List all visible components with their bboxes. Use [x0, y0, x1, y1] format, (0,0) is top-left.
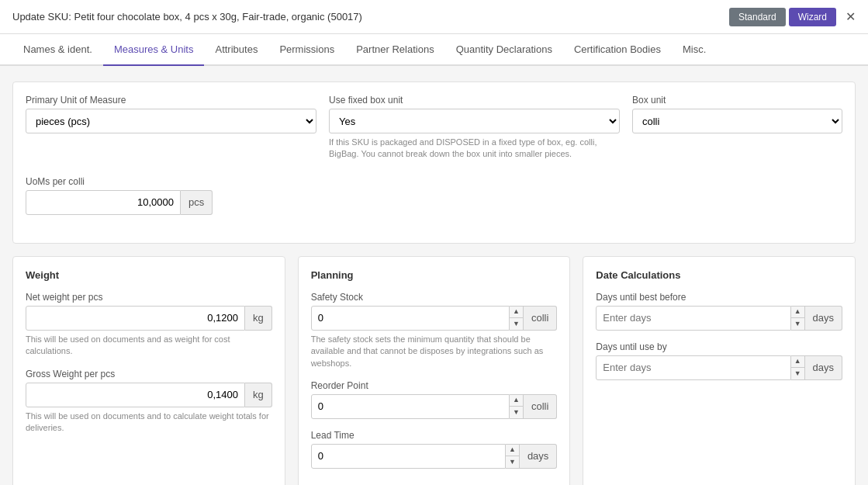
- main-content: Primary Unit of Measure pieces (pcs) Use…: [0, 66, 868, 485]
- safety-stock-field: Safety Stock ▲ ▼ colli The safety stock …: [311, 292, 558, 369]
- best-before-spinner: ▲ ▼: [596, 306, 804, 331]
- tab-names[interactable]: Names & ident.: [12, 34, 103, 66]
- uoms-input-row: pcs: [26, 190, 842, 215]
- planning-title: Planning: [311, 269, 558, 281]
- safety-stock-unit: colli: [524, 306, 557, 331]
- use-by-input[interactable]: [596, 355, 790, 380]
- gross-weight-input[interactable]: [26, 383, 245, 407]
- reorder-point-up[interactable]: ▲: [510, 395, 523, 407]
- unit-section: Primary Unit of Measure pieces (pcs) Use…: [12, 81, 856, 244]
- best-before-label: Days until best before: [596, 292, 842, 303]
- use-by-up[interactable]: ▲: [791, 356, 804, 368]
- primary-unit-label: Primary Unit of Measure: [26, 95, 316, 106]
- net-weight-label: Net weight per pcs: [26, 292, 272, 303]
- safety-stock-input-row: ▲ ▼ colli: [311, 306, 558, 331]
- gross-weight-field: Gross Weight per pcs kg This will be use…: [26, 369, 272, 435]
- best-before-input-row: ▲ ▼ days: [596, 306, 842, 331]
- safety-stock-label: Safety Stock: [311, 292, 558, 303]
- tab-quantity[interactable]: Quantity Declarations: [445, 34, 563, 66]
- fixed-box-unit-label: Use fixed box unit: [329, 95, 620, 106]
- unit-row: Primary Unit of Measure pieces (pcs) Use…: [26, 95, 842, 161]
- best-before-input[interactable]: [596, 306, 790, 331]
- use-by-field: Days until use by ▲ ▼ days: [596, 341, 842, 380]
- weight-card: Weight Net weight per pcs kg This will b…: [12, 256, 285, 485]
- three-col: Weight Net weight per pcs kg This will b…: [12, 256, 856, 485]
- reorder-point-field: Reorder Point ▲ ▼ colli: [311, 380, 558, 419]
- net-weight-input-group: kg: [26, 306, 272, 331]
- uoms-input[interactable]: [26, 190, 181, 215]
- lead-time-field: Lead Time ▲ ▼ days: [311, 430, 558, 469]
- primary-unit-select[interactable]: pieces (pcs): [26, 109, 316, 133]
- gross-weight-input-group: kg: [26, 383, 272, 407]
- net-weight-helper: This will be used on documents and as we…: [26, 334, 272, 358]
- lead-time-input-row: ▲ ▼ days: [311, 444, 558, 469]
- best-before-down[interactable]: ▼: [791, 318, 804, 330]
- best-before-spin-controls: ▲ ▼: [791, 306, 805, 331]
- tab-measures[interactable]: Measures & Units: [103, 34, 205, 66]
- safety-stock-input[interactable]: [311, 306, 510, 331]
- lead-time-down[interactable]: ▼: [506, 456, 519, 468]
- primary-unit-group: Primary Unit of Measure pieces (pcs): [26, 95, 316, 161]
- top-bar: Update SKU: Petit four chocolate box, 4 …: [0, 0, 868, 34]
- tab-certification[interactable]: Certification Bodies: [563, 34, 672, 66]
- box-unit-group: Box unit colli: [632, 95, 842, 161]
- best-before-field: Days until best before ▲ ▼ days: [596, 292, 842, 331]
- lead-time-label: Lead Time: [311, 430, 558, 441]
- planning-card: Planning Safety Stock ▲ ▼ colli The safe…: [298, 256, 571, 485]
- fixed-box-unit-group: Use fixed box unit Yes No If this SKU is…: [329, 95, 620, 161]
- use-by-spinner: ▲ ▼: [596, 355, 804, 380]
- reorder-point-unit: colli: [524, 394, 557, 419]
- lead-time-spinner: ▲ ▼: [311, 444, 520, 469]
- reorder-point-input-row: ▲ ▼ colli: [311, 394, 558, 419]
- tab-attributes[interactable]: Attributes: [204, 34, 268, 66]
- weight-title: Weight: [26, 269, 272, 281]
- use-by-spin-controls: ▲ ▼: [791, 355, 805, 380]
- reorder-point-spin-controls: ▲ ▼: [510, 394, 524, 419]
- lead-time-input[interactable]: [311, 444, 506, 469]
- safety-stock-helper: The safety stock sets the minimum quanti…: [311, 334, 558, 369]
- tabs-bar: Names & ident. Measures & Units Attribut…: [0, 34, 868, 66]
- uoms-section: UoMs per colli pcs: [26, 176, 842, 215]
- net-weight-unit: kg: [245, 306, 272, 331]
- uoms-label: UoMs per colli: [26, 176, 842, 187]
- lead-time-up[interactable]: ▲: [506, 445, 519, 456]
- date-calc-title: Date Calculations: [596, 269, 842, 281]
- fixed-box-unit-select[interactable]: Yes No: [329, 109, 620, 133]
- uoms-unit: pcs: [181, 190, 213, 215]
- tab-permissions[interactable]: Permissions: [268, 34, 345, 66]
- top-bar-actions: Standard Wizard ✕: [729, 8, 856, 26]
- safety-stock-spinner: ▲ ▼: [311, 306, 524, 331]
- lead-time-spin-controls: ▲ ▼: [506, 444, 520, 469]
- use-by-unit: days: [805, 355, 842, 380]
- reorder-point-spinner: ▲ ▼: [311, 394, 524, 419]
- gross-weight-label: Gross Weight per pcs: [26, 369, 272, 379]
- reorder-point-label: Reorder Point: [311, 380, 558, 391]
- standard-button[interactable]: Standard: [729, 8, 786, 26]
- date-calc-card: Date Calculations Days until best before…: [583, 256, 856, 485]
- box-unit-select[interactable]: colli: [632, 109, 842, 133]
- gross-weight-unit: kg: [245, 383, 272, 407]
- safety-stock-up[interactable]: ▲: [510, 307, 523, 318]
- best-before-unit: days: [805, 306, 842, 331]
- use-by-input-row: ▲ ▼ days: [596, 355, 842, 380]
- safety-stock-spin-controls: ▲ ▼: [510, 306, 524, 331]
- use-by-down[interactable]: ▼: [791, 368, 804, 379]
- best-before-up[interactable]: ▲: [791, 307, 804, 318]
- gross-weight-helper: This will be used on documents and to ca…: [26, 411, 272, 435]
- use-by-label: Days until use by: [596, 341, 842, 352]
- tab-misc[interactable]: Misc.: [672, 34, 717, 66]
- net-weight-input[interactable]: [26, 306, 245, 331]
- reorder-point-input[interactable]: [311, 394, 510, 419]
- page-title: Update SKU: Petit four chocolate box, 4 …: [12, 11, 362, 23]
- tab-partner[interactable]: Partner Relations: [345, 34, 444, 66]
- box-unit-label: Box unit: [632, 95, 842, 106]
- lead-time-unit: days: [520, 444, 557, 469]
- net-weight-field: Net weight per pcs kg This will be used …: [26, 292, 272, 358]
- fixed-box-unit-helper: If this SKU is packaged and DISPOSED in …: [329, 137, 620, 161]
- reorder-point-down[interactable]: ▼: [510, 407, 523, 418]
- wizard-button[interactable]: Wizard: [789, 8, 836, 26]
- safety-stock-down[interactable]: ▼: [510, 318, 523, 330]
- close-button[interactable]: ✕: [846, 9, 856, 24]
